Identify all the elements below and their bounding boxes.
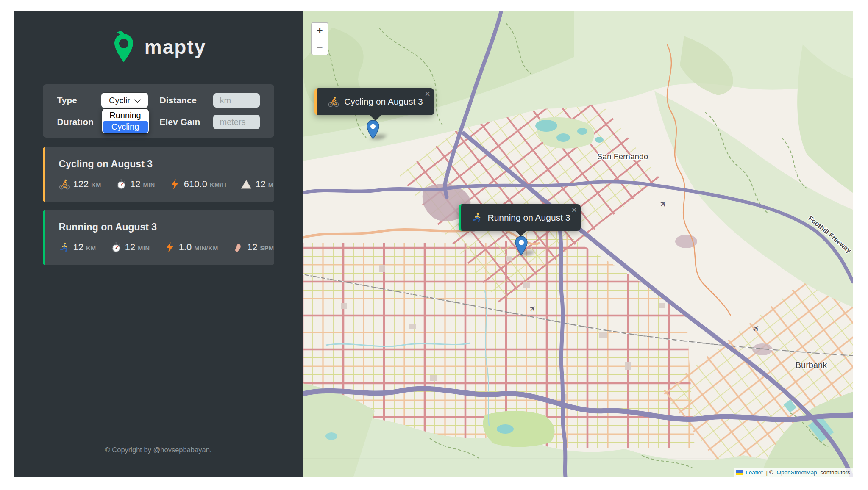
stat-unit: SPM — [260, 245, 274, 252]
mountain-icon — [241, 179, 252, 190]
stat-unit: MIN — [143, 182, 155, 188]
chevron-down-icon — [134, 96, 141, 103]
stat-value: 1.0 — [179, 242, 192, 253]
elev-gain-input[interactable] — [213, 115, 260, 129]
type-select-value: Cyclir — [109, 96, 130, 105]
workout-card-running[interactable]: Running on August 3 12KM 12MIN 1.0MIN/KM — [43, 210, 274, 265]
workout-title: Cycling on August 3 — [59, 158, 261, 170]
duration-stat: 12MIN — [111, 242, 150, 253]
popup-title: Cycling on August 3 — [344, 97, 423, 107]
stat-value: 12 — [73, 242, 83, 253]
stat-value: 12 — [125, 242, 135, 253]
copyright: © Copyright by @hovsepbabayan. — [105, 446, 212, 454]
popup-close-button[interactable]: × — [571, 205, 577, 216]
stat-unit: MIN — [138, 245, 150, 252]
stat-value: 12 — [247, 242, 257, 253]
ukraine-flag-icon — [736, 470, 743, 475]
copyright-text: © Copyright by — [105, 446, 153, 454]
zoom-in-button[interactable]: + — [312, 23, 328, 39]
distance-stat: 12KM — [59, 242, 96, 253]
leaflet-link[interactable]: Leaflet — [746, 469, 763, 476]
cyclist-icon — [328, 96, 339, 107]
author-link[interactable]: @hovsepbabayan — [153, 446, 210, 454]
openstreetmap-link[interactable]: OpenStreetMap — [776, 469, 817, 476]
stopwatch-icon — [111, 242, 122, 253]
workout-form: Type Cyclir Distance Duration Elev Gain … — [43, 84, 274, 138]
map-attribution: Leaflet | © OpenStreetMap contributors — [734, 468, 853, 477]
logo: mapty — [111, 30, 206, 64]
map-container[interactable]: ✈ ✈ ✈ San Fernando Burbank Foothill Free… — [303, 11, 853, 477]
map-zoom-control: + − — [311, 22, 328, 55]
stat-value: 122 — [73, 179, 89, 190]
type-option-running[interactable]: Running — [103, 110, 148, 121]
stopwatch-icon — [116, 179, 127, 190]
type-select-dropdown: Running Cycling — [102, 109, 149, 133]
cycling-map-marker[interactable] — [367, 120, 379, 139]
mapty-app: mapty Type Cyclir Distance Duration Elev… — [14, 11, 853, 477]
workout-list: Cycling on August 3 122KM 12MIN 610.0KM/… — [43, 147, 274, 265]
popup-close-button[interactable]: × — [425, 89, 430, 100]
duration-stat: 12MIN — [116, 179, 155, 190]
cyclist-icon — [59, 179, 70, 190]
stat-value: 610.0 — [184, 179, 207, 190]
stat-unit: MIN/KM — [194, 245, 218, 252]
runner-icon — [472, 212, 483, 223]
attribution-suffix: contributors — [819, 469, 850, 476]
speed-stat: 610.0KM/H — [170, 179, 227, 190]
distance-input[interactable] — [213, 93, 260, 108]
running-popup: Running on August 3 × — [459, 204, 581, 231]
workout-card-cycling[interactable]: Cycling on August 3 122KM 12MIN 610.0KM/… — [43, 147, 274, 202]
map-tiles: ✈ ✈ ✈ San Fernando Burbank Foothill Free… — [303, 11, 853, 477]
distance-label: Distance — [155, 95, 206, 105]
runner-icon — [59, 242, 70, 253]
lightning-icon — [164, 242, 175, 253]
foot-icon — [233, 242, 244, 253]
workout-stats: 122KM 12MIN 610.0KM/H 12M — [59, 179, 261, 190]
elevation-stat: 12M — [241, 179, 273, 190]
burbank-label: Burbank — [796, 360, 827, 370]
popup-title: Running on August 3 — [488, 213, 570, 223]
running-map-marker[interactable] — [515, 236, 528, 255]
distance-stat: 122KM — [59, 179, 101, 190]
type-label: Type — [57, 95, 95, 105]
stat-unit: M — [268, 182, 274, 188]
attribution-separator: | © — [765, 469, 775, 476]
san-fernando-label: San Fernando — [597, 152, 648, 161]
logo-text: mapty — [145, 36, 206, 58]
lightning-icon — [170, 179, 181, 190]
elev-gain-label: Elev Gain — [155, 117, 206, 127]
zoom-out-button[interactable]: − — [312, 39, 328, 55]
cadence-stat: 12SPM — [233, 242, 274, 253]
pace-stat: 1.0MIN/KM — [164, 242, 218, 253]
workout-title: Running on August 3 — [59, 221, 261, 233]
stat-unit: KM/H — [210, 182, 226, 188]
cycling-popup: Cycling on August 3 × — [314, 88, 434, 115]
stat-unit: KM — [86, 245, 96, 252]
stat-value: 12 — [130, 179, 140, 190]
copyright-suffix: . — [210, 446, 212, 454]
type-select[interactable]: Cyclir — [101, 93, 148, 108]
map-pin-logo-icon — [111, 30, 137, 64]
duration-label: Duration — [57, 117, 95, 127]
sidebar: mapty Type Cyclir Distance Duration Elev… — [14, 11, 303, 477]
type-option-cycling[interactable]: Cycling — [103, 121, 148, 133]
stat-value: 12 — [255, 179, 265, 190]
stat-unit: KM — [91, 182, 101, 188]
workout-stats: 12KM 12MIN 1.0MIN/KM 12SPM — [59, 242, 261, 253]
